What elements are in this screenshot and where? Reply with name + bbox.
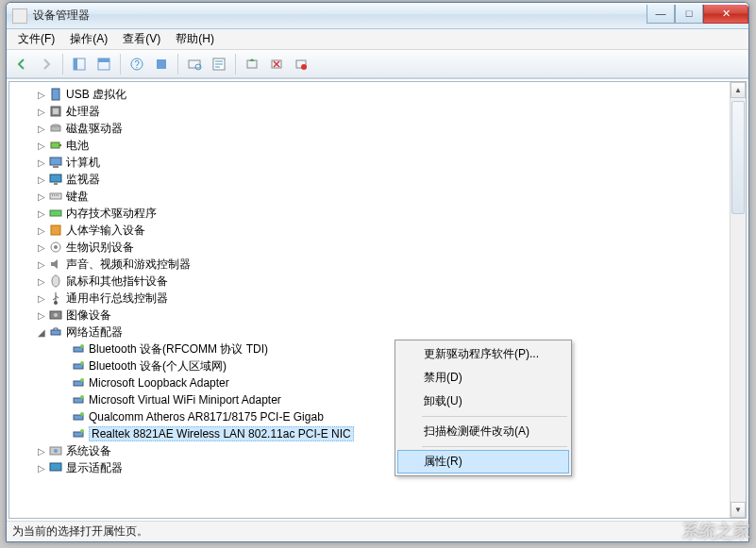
- ctx-disable[interactable]: 禁用(D): [397, 366, 569, 390]
- statusbar: 为当前的选择打开属性页。: [7, 521, 748, 541]
- tree-label: 系统设备: [66, 443, 111, 459]
- svg-point-31: [54, 301, 58, 305]
- expand-toggle[interactable]: ▷: [36, 276, 47, 287]
- tree-category[interactable]: ▷系统设备: [9, 442, 730, 459]
- svg-point-13: [301, 64, 307, 70]
- svg-rect-18: [51, 126, 60, 131]
- expand-toggle[interactable]: ▷: [36, 242, 47, 253]
- svg-rect-6: [157, 59, 166, 69]
- tree-label: 人体学输入设备: [66, 223, 145, 239]
- scroll-down-button[interactable]: ▼: [731, 502, 746, 518]
- tree-category[interactable]: ▷键盘: [9, 188, 730, 205]
- expand-toggle[interactable]: ▷: [36, 191, 47, 202]
- toolbar-view1-button[interactable]: [68, 53, 91, 75]
- svg-point-30: [52, 275, 59, 287]
- expand-toggle[interactable]: ▷: [36, 90, 47, 100]
- scroll-thumb[interactable]: [731, 101, 745, 214]
- tree-category[interactable]: ▷图像设备: [9, 307, 730, 324]
- expand-toggle[interactable]: ▷: [36, 259, 47, 270]
- toolbar-scan-button[interactable]: [183, 53, 206, 75]
- tree-category[interactable]: ▷鼠标和其他指针设备: [9, 273, 730, 290]
- toolbar-separator: [62, 54, 63, 75]
- tree-category[interactable]: ▷声音、视频和游戏控制器: [9, 256, 730, 273]
- tree-label: 生物识别设备: [66, 240, 134, 256]
- expand-toggle[interactable]: ▷: [36, 107, 47, 117]
- toolbar-separator: [120, 54, 121, 75]
- tree-category[interactable]: ▷人体学输入设备: [9, 222, 730, 239]
- expand-toggle[interactable]: ▷: [36, 141, 47, 151]
- expand-toggle[interactable]: ▷: [36, 158, 47, 168]
- svg-point-40: [80, 378, 84, 382]
- tree-category[interactable]: ▷监视器: [9, 171, 730, 188]
- toolbar-view2-button[interactable]: [92, 53, 115, 75]
- toolbar-update-button[interactable]: [241, 53, 263, 75]
- toolbar-button[interactable]: [150, 53, 173, 75]
- expand-toggle[interactable]: ▷: [36, 208, 47, 219]
- menubar: 文件(F) 操作(A) 查看(V) 帮助(H): [7, 29, 748, 50]
- tree-category[interactable]: ▷显示适配器: [9, 459, 730, 476]
- expand-toggle[interactable]: ◢: [36, 327, 47, 338]
- tree-label: 监视器: [66, 172, 100, 188]
- content-area: ▷USB 虚拟化▷处理器▷磁盘驱动器▷电池▷计算机▷监视器▷键盘▷内存技术驱动程…: [7, 78, 748, 521]
- scrollbar[interactable]: ▲ ▼: [730, 82, 746, 518]
- toolbar-forward-button[interactable]: [35, 53, 58, 75]
- toolbar-uninstall-button[interactable]: [265, 53, 288, 75]
- toolbar-disable-button[interactable]: [290, 53, 312, 75]
- tree-device[interactable]: Bluetooth 设备(RFCOMM 协议 TDI): [9, 340, 730, 357]
- tree-label: Microsoft Virtual WiFi Miniport Adapter: [89, 393, 281, 407]
- svg-rect-24: [54, 183, 58, 185]
- app-icon: [12, 8, 27, 24]
- tree-device[interactable]: Microsoft Loopback Adapter: [9, 374, 730, 391]
- close-button[interactable]: ✕: [703, 5, 748, 24]
- svg-point-44: [80, 412, 84, 416]
- expand-toggle[interactable]: ▷: [36, 446, 47, 457]
- status-text: 为当前的选择打开属性页。: [12, 523, 148, 540]
- device-tree[interactable]: ▷USB 虚拟化▷处理器▷磁盘驱动器▷电池▷计算机▷监视器▷键盘▷内存技术驱动程…: [9, 82, 730, 518]
- tree-category[interactable]: ▷通用串行总线控制器: [9, 290, 730, 307]
- device-manager-window: 设备管理器 — □ ✕ 文件(F) 操作(A) 查看(V) 帮助(H) ? ▷U…: [6, 2, 749, 542]
- ctx-uninstall[interactable]: 卸载(U): [397, 390, 569, 413]
- tree-label: 电池: [66, 138, 89, 154]
- tree-label: 网络适配器: [66, 324, 123, 340]
- toolbar-back-button[interactable]: [10, 53, 33, 75]
- tree-device[interactable]: Bluetooth 设备(个人区域网): [9, 357, 730, 374]
- tree-device[interactable]: Qualcomm Atheros AR8171/8175 PCI-E Gigab: [9, 408, 730, 425]
- svg-rect-1: [74, 58, 77, 70]
- expand-toggle[interactable]: ▷: [36, 463, 47, 473]
- menu-file[interactable]: 文件(F): [10, 29, 62, 49]
- ctx-update-driver[interactable]: 更新驱动程序软件(P)...: [397, 342, 569, 366]
- expand-toggle[interactable]: ▷: [36, 310, 47, 321]
- ctx-properties[interactable]: 属性(R): [397, 450, 569, 473]
- tree-category[interactable]: ▷计算机: [9, 154, 730, 171]
- scroll-up-button[interactable]: ▲: [731, 82, 746, 98]
- expand-toggle[interactable]: ▷: [36, 225, 47, 236]
- tree-category[interactable]: ▷电池: [9, 137, 730, 154]
- toolbar-help-button[interactable]: ?: [126, 53, 148, 75]
- menu-help[interactable]: 帮助(H): [168, 29, 222, 49]
- tree-label: 显示适配器: [66, 460, 123, 476]
- expand-toggle[interactable]: ▷: [36, 293, 47, 304]
- ctx-scan-hardware[interactable]: 扫描检测硬件改动(A): [397, 420, 569, 443]
- maximize-button[interactable]: □: [675, 5, 703, 24]
- tree-label: USB 虚拟化: [66, 87, 126, 103]
- tree-panel: ▷USB 虚拟化▷处理器▷磁盘驱动器▷电池▷计算机▷监视器▷键盘▷内存技术驱动程…: [8, 81, 747, 519]
- svg-point-48: [54, 449, 58, 453]
- menu-action[interactable]: 操作(A): [62, 29, 115, 49]
- tree-category[interactable]: ▷磁盘驱动器: [9, 120, 730, 137]
- expand-toggle[interactable]: ▷: [36, 174, 47, 185]
- menu-view[interactable]: 查看(V): [115, 29, 168, 49]
- tree-category[interactable]: ◢网络适配器: [9, 324, 730, 340]
- tree-device[interactable]: Microsoft Virtual WiFi Miniport Adapter: [9, 391, 730, 408]
- tree-label: 内存技术驱动程序: [66, 206, 157, 222]
- minimize-button[interactable]: —: [647, 5, 675, 24]
- tree-device[interactable]: Realtek 8821AE Wireless LAN 802.11ac PCI…: [9, 425, 730, 442]
- tree-category[interactable]: ▷生物识别设备: [9, 239, 730, 256]
- toolbar-properties-button[interactable]: [208, 53, 230, 75]
- tree-category[interactable]: ▷USB 虚拟化: [9, 86, 730, 103]
- tree-category[interactable]: ▷内存技术驱动程序: [9, 205, 730, 222]
- toolbar-separator: [177, 54, 178, 75]
- titlebar[interactable]: 设备管理器 — □ ✕: [7, 3, 748, 29]
- svg-point-42: [80, 395, 84, 399]
- tree-category[interactable]: ▷处理器: [9, 103, 730, 120]
- expand-toggle[interactable]: ▷: [36, 124, 47, 134]
